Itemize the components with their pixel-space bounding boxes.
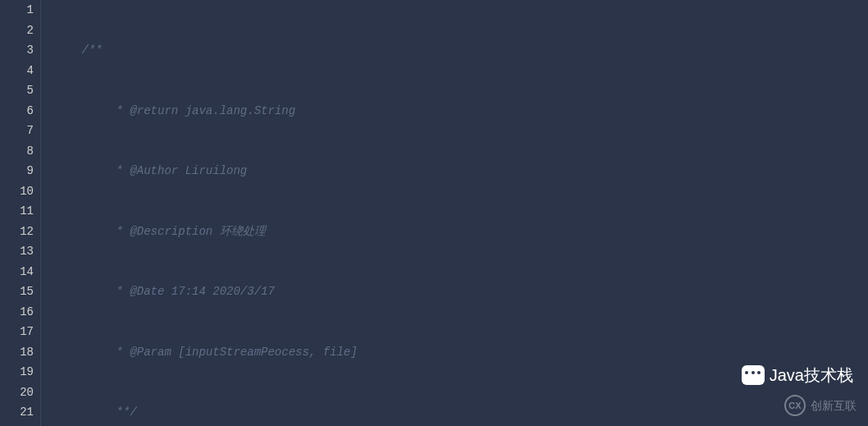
- line-number: 16: [0, 302, 34, 323]
- comment: * @Description 环绕处理: [54, 225, 266, 238]
- code-line: /**: [54, 40, 868, 61]
- line-number: 19: [0, 362, 34, 382]
- comment: * @Param [inputStreamPeocess, file]: [54, 346, 358, 359]
- code-line: * @Author Liruilong: [54, 161, 868, 181]
- line-number: 3: [0, 40, 34, 61]
- code-line: * @return java.lang.String: [54, 101, 868, 121]
- wechat-watermark: Java技术栈: [742, 365, 853, 386]
- chat-bubble-icon: [742, 365, 765, 385]
- line-number: 20: [0, 382, 34, 403]
- line-number: 5: [0, 80, 34, 101]
- line-number: 1: [0, 0, 34, 21]
- line-number: 21: [0, 402, 34, 423]
- watermark-text: Java技术栈: [770, 365, 853, 386]
- watermark-text: 创新互联: [811, 396, 857, 416]
- comment: /**: [54, 44, 103, 57]
- comment: * @return java.lang.String: [54, 104, 295, 117]
- code-line: * @Param [inputStreamPeocess, file]: [54, 342, 868, 363]
- line-number: 4: [0, 61, 34, 81]
- company-watermark: CX 创新互联: [784, 395, 857, 416]
- line-number-gutter: 123456789101112131415161718192021: [0, 0, 41, 426]
- line-number: 14: [0, 262, 34, 282]
- company-logo-icon: CX: [784, 395, 806, 416]
- code-area[interactable]: /** * @return java.lang.String * @Author…: [41, 0, 868, 426]
- line-number: 8: [0, 141, 34, 162]
- line-number: 2: [0, 21, 34, 41]
- code-line: * @Date 17:14 2020/3/17: [54, 282, 868, 302]
- code-editor: 123456789101112131415161718192021 /** * …: [0, 0, 868, 426]
- comment: **/: [54, 405, 137, 419]
- line-number: 13: [0, 241, 34, 262]
- code-line: * @Description 环绕处理: [54, 222, 868, 242]
- code-line: **/: [54, 402, 868, 423]
- line-number: 10: [0, 181, 34, 202]
- comment: * @Author Liruilong: [54, 164, 247, 177]
- line-number: 9: [0, 161, 34, 181]
- line-number: 6: [0, 101, 34, 121]
- line-number: 17: [0, 322, 34, 342]
- line-number: 7: [0, 121, 34, 141]
- line-number: 11: [0, 201, 34, 222]
- comment: * @Date 17:14 2020/3/17: [54, 285, 275, 298]
- line-number: 18: [0, 342, 34, 363]
- line-number: 15: [0, 282, 34, 302]
- line-number: 12: [0, 222, 34, 242]
